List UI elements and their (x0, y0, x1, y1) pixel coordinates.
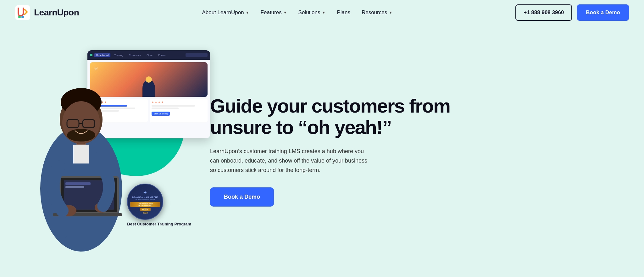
nav-item-resources[interactable]: Resources ▼ (362, 9, 392, 16)
book-demo-hero-button[interactable]: Book a Demo (210, 187, 274, 207)
badge-category: LEARNING AND DEVELOPMENT (133, 202, 158, 206)
text-line (152, 105, 195, 107)
nav-item-about[interactable]: About LearnUpon ▼ (202, 9, 249, 16)
brand-name: LearnUpon (34, 8, 79, 18)
badge-tier-ribbon: GOLD (140, 208, 151, 211)
badge-star-icon: ✦ (143, 190, 147, 196)
hero-content: Guide your customers from unsure to “oh … (197, 83, 474, 207)
chevron-down-icon: ▼ (246, 10, 249, 15)
navbar: LearnUpon About LearnUpon ▼ Features ▼ S… (0, 0, 644, 25)
svg-rect-18 (65, 186, 84, 188)
mockup-nav-store: Store (145, 53, 154, 57)
award-badge: ✦ Brandon Hall Group HCM Excellence Awar… (127, 184, 191, 226)
badge-tier: GOLD (142, 208, 148, 210)
nav-item-plans[interactable]: Plans (337, 9, 350, 16)
chevron-down-icon: ▼ (389, 10, 392, 15)
badge-ribbon: LEARNING AND DEVELOPMENT (130, 202, 160, 207)
logo-icon (15, 5, 30, 20)
nav-item-features[interactable]: Features ▼ (261, 9, 287, 16)
figure-head (146, 76, 152, 83)
svg-point-1 (18, 16, 21, 18)
badge-year: 2022 (143, 212, 148, 214)
badge-circle: ✦ Brandon Hall Group HCM Excellence Awar… (127, 184, 163, 220)
badge-group-name: Brandon Hall Group (132, 196, 158, 199)
svg-rect-13 (73, 145, 89, 163)
nav-item-solutions[interactable]: Solutions ▼ (298, 9, 326, 16)
badge-caption: Best Customer Training Program (127, 222, 191, 226)
hero-illustration: Dashboard Training Resources Store Forum… (15, 38, 197, 252)
text-line (152, 108, 179, 109)
star-rating-2: ★ ★ ★ ★ (152, 101, 206, 104)
logo-link[interactable]: LearnUpon (15, 5, 79, 20)
phone-button[interactable]: +1 888 908 3960 (515, 4, 572, 21)
status-dot (90, 54, 92, 56)
mockup-search (186, 53, 208, 57)
main-nav: About LearnUpon ▼ Features ▼ Solutions ▼… (202, 9, 392, 16)
navbar-actions: +1 888 908 3960 Book a Demo (515, 4, 629, 21)
person-image (18, 57, 144, 252)
banner-figure (142, 80, 155, 97)
svg-point-2 (21, 16, 24, 18)
mockup-card-2: ★ ★ ★ ★ Start Learning (150, 99, 208, 122)
hero-section: Dashboard Training Resources Store Forum… (0, 25, 644, 270)
chevron-down-icon: ▼ (283, 10, 287, 15)
hero-description: LearnUpon’s customer training LMS create… (210, 147, 374, 175)
mockup-nav-forum: Forum (156, 53, 167, 57)
svg-rect-17 (65, 182, 91, 185)
figure-body (142, 80, 155, 97)
book-demo-nav-button[interactable]: Book a Demo (577, 4, 629, 21)
mockup-cta-button[interactable]: Start Learning (152, 112, 170, 116)
badge-hcm-text: HCM Excellence Award (136, 199, 155, 201)
svg-point-12 (67, 129, 95, 141)
chevron-down-icon: ▼ (322, 10, 326, 15)
hero-heading: Guide your customers from unsure to “oh … (210, 95, 474, 138)
